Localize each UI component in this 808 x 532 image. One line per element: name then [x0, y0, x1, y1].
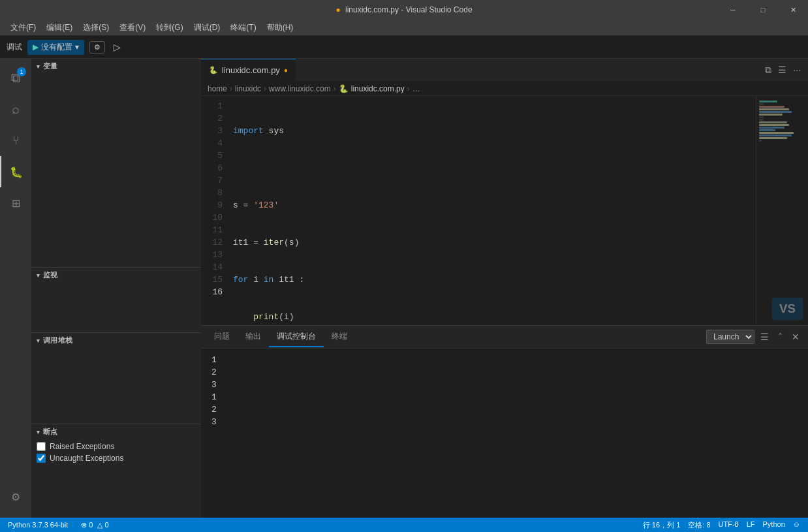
line-num-5: 5	[201, 149, 230, 162]
chevron-icon: ▾	[37, 272, 40, 279]
error-count: 0	[89, 521, 93, 529]
status-python[interactable]: Python 3.7.3 64-bit	[5, 518, 70, 532]
line-num-3: 3	[201, 125, 230, 137]
close-button[interactable]: ✕	[778, 0, 808, 20]
active-tab[interactable]: 🐍 linuxidc.com.py ●	[201, 59, 296, 81]
menu-view[interactable]: 查看(V)	[114, 21, 151, 35]
menu-select[interactable]: 选择(S)	[78, 21, 114, 35]
debug-settings-button[interactable]: ⚙	[89, 41, 105, 54]
split-editor-button[interactable]: ⧉	[763, 63, 773, 78]
menu-goto[interactable]: 转到(G)	[151, 21, 188, 35]
breadcrumb: home › linuxidc › www.linuxidc.com › 🐍 l…	[201, 82, 808, 96]
debug-console-content[interactable]: 1 2 3 1 2 3	[201, 349, 808, 518]
breadcrumb-file[interactable]: linuxidc.com.py	[351, 84, 405, 93]
status-bar: Python 3.7.3 64-bit ⊗ 0 △ 0 行 16，列 1 空格:…	[0, 518, 808, 532]
menu-help[interactable]: 帮助(H)	[262, 21, 299, 35]
launch-select[interactable]: Launch	[706, 330, 754, 344]
line-num-6: 6	[201, 162, 230, 174]
tab-actions: ⧉ ☰ ···	[763, 59, 808, 81]
panel-tab-output[interactable]: 输出	[238, 327, 269, 347]
uncaught-exceptions-checkbox[interactable]	[37, 454, 46, 463]
panel-area: 问题 输出 调试控制台 终端 Launch ☰ ˄ ✕ 1 2	[201, 325, 808, 518]
debug-start-button[interactable]: ▷	[110, 40, 124, 54]
activity-debug[interactable]: 🐛	[0, 156, 31, 187]
breakpoint-uncaught: Uncaught Exceptions	[37, 454, 196, 463]
status-language[interactable]: Python	[760, 520, 788, 528]
code-line-1: import sys	[233, 125, 756, 137]
callstack-section: ▾ 调用堆栈	[31, 333, 201, 424]
line-num-15: 15	[201, 274, 230, 286]
console-output-1: 1	[211, 354, 798, 366]
tab-bar: 🐍 linuxidc.com.py ● ⧉ ☰ ···	[201, 59, 808, 82]
code-editor[interactable]: 1 2 3 4 5 6 7 8 9 10 11 12 13 14 15 16	[201, 96, 808, 325]
gear-icon: ⚙	[11, 491, 20, 503]
variables-label: 变量	[43, 61, 58, 71]
breakpoints-header[interactable]: ▾ 断点	[31, 424, 201, 439]
modified-dot: ●	[335, 5, 340, 14]
breadcrumb-sep-4: ›	[407, 84, 410, 93]
activity-settings[interactable]: ⚙	[0, 481, 31, 512]
status-right: 行 16，列 1 空格: 8 UTF-8 LF Python ☺	[640, 520, 803, 530]
panel-tabs: 问题 输出 调试控制台 终端 Launch ☰ ˄ ✕	[201, 326, 808, 349]
line-num-13: 13	[201, 249, 230, 261]
minimap: VS	[756, 96, 808, 325]
panel-scroll-up-button[interactable]: ˄	[775, 330, 786, 344]
status-feedback[interactable]: ☺	[790, 520, 803, 528]
status-errors[interactable]: ⊗ 0 △ 0	[78, 518, 111, 532]
breadcrumb-home[interactable]: home	[208, 84, 227, 93]
status-position[interactable]: 行 16，列 1	[640, 520, 683, 530]
chevron-down-icon: ▾	[75, 42, 79, 52]
panel-tab-problems[interactable]: 问题	[206, 327, 238, 347]
panel-tab-debug-console[interactable]: 调试控制台	[269, 327, 324, 347]
main-layout: ⧉ 1 ⌕ ⑂ 🐛 ⊞ ⚙ ▾ 变量	[0, 59, 808, 518]
menu-terminal[interactable]: 终端(T)	[225, 21, 261, 35]
callstack-header[interactable]: ▾ 调用堆栈	[31, 333, 201, 348]
breadcrumb-sep-3: ›	[334, 84, 336, 93]
breakpoint-raised: Raised Exceptions	[37, 442, 196, 451]
watch-header[interactable]: ▾ 监视	[31, 268, 201, 283]
debug-run-button[interactable]: ▶ 没有配置 ▾	[27, 40, 84, 55]
panel-close-button[interactable]: ✕	[788, 330, 803, 344]
uncaught-exceptions-label: Uncaught Exceptions	[50, 454, 123, 463]
feedback-icon: ☺	[793, 520, 800, 528]
editor-area: 🐍 linuxidc.com.py ● ⧉ ☰ ··· home › linux…	[201, 59, 808, 518]
line-num-2: 2	[201, 112, 230, 125]
code-line-4: it1 = iter(s)	[233, 236, 756, 249]
variables-header[interactable]: ▾ 变量	[31, 59, 201, 74]
activity-search[interactable]: ⌕	[0, 93, 31, 125]
status-encoding[interactable]: UTF-8	[716, 520, 741, 528]
panel-filter-button[interactable]: ☰	[757, 330, 772, 344]
breadcrumb-ellipsis[interactable]: …	[412, 84, 420, 93]
restore-button[interactable]: □	[748, 0, 778, 20]
position-label: 行 16，列 1	[643, 520, 680, 530]
window-title: ● linuxidc.com.py - Visual Studio Code	[335, 5, 472, 14]
minimize-button[interactable]: ─	[718, 0, 748, 20]
variables-section: ▾ 变量	[31, 59, 201, 268]
file-icon: 🐍	[209, 66, 218, 74]
menu-file[interactable]: 文件(F)	[5, 21, 41, 35]
line-ending-label: LF	[747, 520, 755, 528]
toggle-panel-button[interactable]: ☰	[776, 63, 788, 77]
menu-edit[interactable]: 编辑(E)	[41, 21, 78, 35]
activity-extensions[interactable]: ⊞	[0, 187, 31, 219]
breadcrumb-sep-1: ›	[230, 84, 232, 93]
menu-debug[interactable]: 调试(D)	[189, 21, 226, 35]
status-spaces[interactable]: 空格: 8	[685, 520, 713, 530]
status-line-ending[interactable]: LF	[744, 520, 758, 528]
breadcrumb-www[interactable]: www.linuxidc.com	[269, 84, 331, 93]
breadcrumb-linuxidc[interactable]: linuxidc	[235, 84, 261, 93]
code-content[interactable]: import sys s = '123' it1 = iter(s) for i…	[230, 96, 756, 325]
callstack-label: 调用堆栈	[43, 336, 73, 345]
activity-explorer[interactable]: ⧉ 1	[0, 62, 31, 93]
activity-source-control[interactable]: ⑂	[0, 125, 31, 156]
line-numbers: 1 2 3 4 5 6 7 8 9 10 11 12 13 14 15 16	[201, 96, 230, 325]
breakpoints-label: 断点	[43, 427, 58, 437]
panel-tab-terminal[interactable]: 终端	[324, 327, 355, 347]
raised-exceptions-checkbox[interactable]	[37, 442, 46, 451]
line-num-11: 11	[201, 224, 230, 236]
breakpoints-content: Raised Exceptions Uncaught Exceptions	[31, 439, 201, 465]
line-num-4: 4	[201, 137, 230, 149]
more-actions-button[interactable]: ···	[791, 63, 803, 77]
breadcrumb-icon: 🐍	[339, 84, 349, 93]
svg-text:VS: VS	[779, 302, 796, 315]
